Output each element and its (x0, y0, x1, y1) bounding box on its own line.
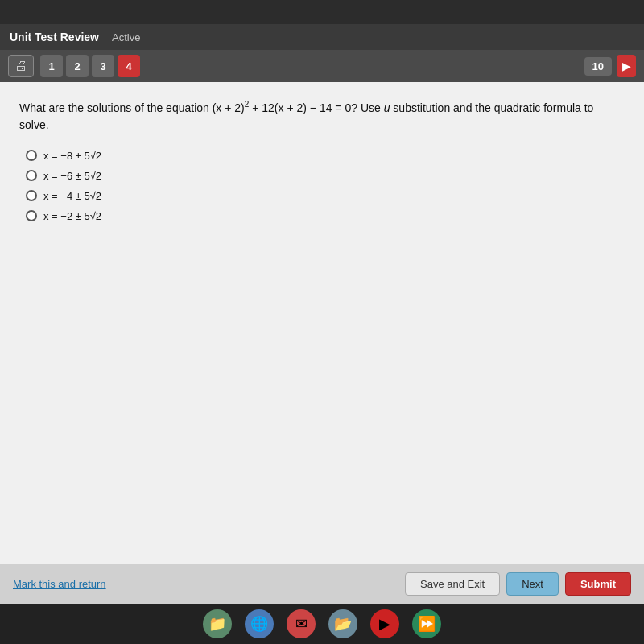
option-a[interactable]: x = −8 ± 5√2 (26, 150, 625, 162)
top-bar (0, 0, 644, 24)
radio-a[interactable] (26, 150, 37, 161)
youtube-icon[interactable]: ▶ (370, 609, 399, 638)
bottom-bar: Mark this and return Save and Exit Next … (0, 564, 644, 604)
radio-d[interactable] (26, 210, 37, 221)
header: Unit Test Review Active (0, 24, 644, 50)
header-status: Active (112, 31, 140, 43)
radio-b[interactable] (26, 170, 37, 181)
toolbar-right: 10 ▶ (584, 55, 636, 77)
radio-c[interactable] (26, 190, 37, 201)
mark-return-link[interactable]: Mark this and return (13, 578, 106, 590)
question-numbers: 1 2 3 4 (40, 55, 140, 77)
option-c-label: x = −4 ± 5√2 (43, 190, 101, 202)
drive-icon[interactable]: 📂 (328, 609, 357, 638)
header-title: Unit Test Review (10, 31, 99, 43)
question-number-2[interactable]: 2 (66, 55, 89, 77)
play-icon[interactable]: ⏩ (412, 609, 441, 638)
bottom-buttons: Save and Exit Next Submit (405, 572, 631, 596)
files-icon[interactable]: 📁 (203, 609, 232, 638)
option-b[interactable]: x = −6 ± 5√2 (26, 170, 625, 182)
toolbar: 🖨 1 2 3 4 10 ▶ (0, 50, 644, 82)
next-arrow-button[interactable]: ▶ (617, 55, 636, 77)
option-d[interactable]: x = −2 ± 5√2 (26, 210, 625, 222)
question-number-4[interactable]: 4 (118, 55, 140, 77)
submit-button[interactable]: Submit (565, 572, 631, 596)
options-list: x = −8 ± 5√2 x = −6 ± 5√2 x = −4 ± 5√2 x… (26, 150, 625, 222)
question-text: What are the solutions of the equation (… (19, 98, 625, 134)
chrome-icon[interactable]: 🌐 (245, 609, 274, 638)
print-button[interactable]: 🖨 (8, 55, 34, 77)
question-number-1[interactable]: 1 (40, 55, 63, 77)
option-c[interactable]: x = −4 ± 5√2 (26, 190, 625, 202)
print-icon: 🖨 (14, 59, 27, 73)
content-area: What are the solutions of the equation (… (0, 82, 644, 564)
option-a-label: x = −8 ± 5√2 (43, 150, 101, 162)
taskbar: 📁 🌐 ✉ 📂 ▶ ⏩ (0, 604, 644, 644)
question-number-3[interactable]: 3 (92, 55, 114, 77)
save-exit-button[interactable]: Save and Exit (405, 572, 500, 596)
next-button[interactable]: Next (506, 572, 559, 596)
question-total: 10 (584, 57, 612, 76)
gmail-icon[interactable]: ✉ (287, 609, 316, 638)
option-b-label: x = −6 ± 5√2 (43, 170, 101, 182)
option-d-label: x = −2 ± 5√2 (43, 210, 101, 222)
toolbar-left: 🖨 1 2 3 4 (8, 55, 140, 77)
